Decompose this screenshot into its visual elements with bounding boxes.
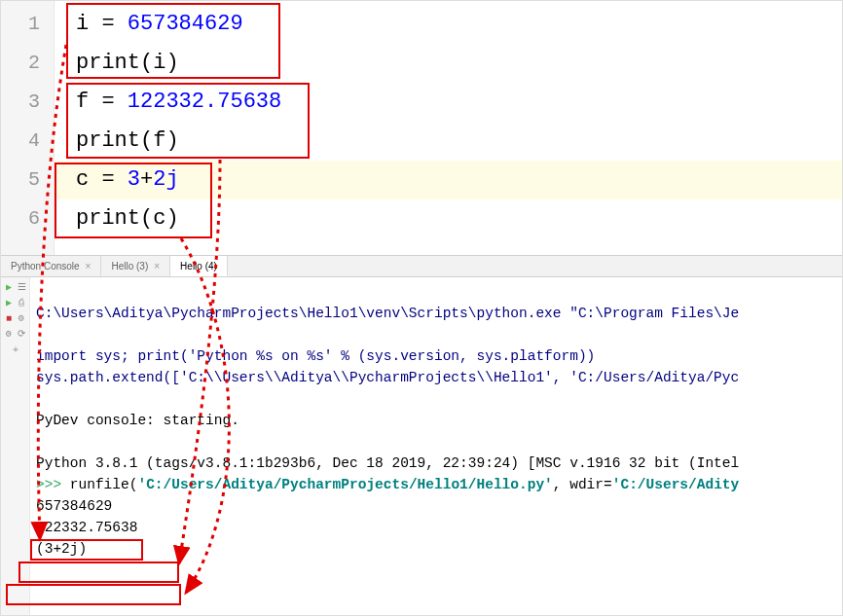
code-line[interactable]: print(c) — [55, 199, 842, 238]
output-float: 122332.75638 — [36, 520, 137, 535]
run-icon[interactable]: ▶ — [3, 281, 15, 293]
tab-label: Python Console — [11, 261, 80, 272]
code-area[interactable]: i = 657384629 print(i) f = 122332.75638 … — [55, 1, 842, 255]
syspath-line: sys.path.extend(['C:\\Users\\Aditya\\Pyc… — [36, 370, 739, 385]
code-line[interactable]: i = 657384629 — [55, 5, 842, 44]
runfile-wdir: 'C:/Users/Adity — [612, 477, 740, 492]
code-line-current[interactable]: c = 3+2j — [55, 161, 842, 199]
close-icon[interactable]: × — [86, 261, 92, 272]
code-line[interactable]: f = 122332.75638 — [55, 83, 842, 122]
print-icon[interactable]: ⎙ — [16, 297, 27, 308]
line-number: 1 — [1, 5, 54, 44]
code-line[interactable]: print(i) — [55, 44, 842, 83]
function-call: print — [76, 128, 140, 153]
operator: = — [89, 12, 128, 36]
identifier: c — [153, 206, 165, 231]
tab-hello-3[interactable]: Hello (3)× — [101, 256, 170, 276]
console-output[interactable]: C:\Users\Aditya\PycharmProjects\Hello1\v… — [30, 277, 842, 615]
tab-label: Hello (4) — [180, 261, 217, 272]
paren: ( — [140, 128, 153, 153]
prompt: >>> — [36, 477, 70, 492]
exec-line: C:\Users\Aditya\PycharmProjects\Hello1\v… — [36, 306, 739, 321]
stop-icon[interactable]: ■ — [3, 312, 15, 324]
runfile-comma: , wdir= — [553, 477, 612, 492]
code-line[interactable]: print(f) — [55, 122, 842, 161]
paren: ) — [165, 206, 178, 231]
import-line: import sys; print('Python %s on %s' % (s… — [36, 348, 595, 364]
operator: + — [140, 167, 153, 192]
line-number: 5 — [1, 161, 54, 199]
output-int: 657384629 — [36, 498, 112, 514]
function-call: print — [76, 206, 140, 231]
operator: = — [89, 167, 128, 192]
identifier: i — [153, 51, 165, 75]
line-number: 4 — [1, 122, 54, 161]
tab-hello-4[interactable]: Hello (4) — [170, 256, 228, 276]
close-icon[interactable]: × — [154, 261, 160, 272]
pydev-line: PyDev console: starting. — [36, 413, 239, 428]
plus-icon[interactable]: ＋ — [10, 344, 21, 355]
line-number: 2 — [1, 44, 54, 83]
identifier: f — [153, 128, 165, 153]
tab-python-console[interactable]: Python Console× — [1, 256, 101, 276]
number-literal: 657384629 — [128, 12, 243, 36]
identifier: i — [76, 12, 89, 36]
number-literal: 3 — [128, 167, 140, 192]
output-complex: (3+2j) — [36, 541, 87, 557]
rerun-icon[interactable]: ▶ — [3, 297, 15, 308]
operator: = — [89, 90, 128, 114]
function-call: print — [76, 51, 140, 75]
number-literal: 2j — [153, 167, 178, 192]
paren: ) — [165, 128, 178, 153]
identifier: f — [76, 90, 89, 114]
console-toolbar: ▶☰ ▶⎙ ■⚙ ⚙⟳ ＋ — [1, 277, 30, 615]
line-number: 3 — [1, 83, 54, 122]
console-tabs: Python Console× Hello (3)× Hello (4) — [1, 256, 842, 277]
identifier: c — [76, 167, 89, 192]
runfile-path: 'C:/Users/Aditya/PycharmProjects/Hello1/… — [137, 477, 552, 492]
history-icon[interactable]: ⟳ — [16, 328, 27, 340]
list-icon[interactable]: ☰ — [16, 281, 27, 293]
line-number: 6 — [1, 199, 54, 238]
gutter: 1 2 3 4 5 6 — [1, 1, 55, 255]
runfile-call: runfile( — [70, 477, 138, 492]
settings-icon[interactable]: ⚙ — [3, 328, 15, 340]
number-literal: 122332.75638 — [128, 90, 281, 114]
pyver-line: Python 3.8.1 (tags/v3.8.1:1b293b6, Dec 1… — [36, 455, 739, 471]
paren: ) — [165, 51, 178, 75]
paren: ( — [140, 206, 153, 231]
editor-pane: 1 2 3 4 5 6 i = 657384629 print(i) f = 1… — [1, 1, 842, 256]
console-body: ▶☰ ▶⎙ ■⚙ ⚙⟳ ＋ C:\Users\Aditya\PycharmPro… — [1, 277, 842, 615]
gear-icon[interactable]: ⚙ — [16, 312, 27, 324]
console-pane: Python Console× Hello (3)× Hello (4) ▶☰ … — [1, 256, 842, 615]
tab-label: Hello (3) — [111, 261, 148, 272]
paren: ( — [140, 51, 153, 75]
